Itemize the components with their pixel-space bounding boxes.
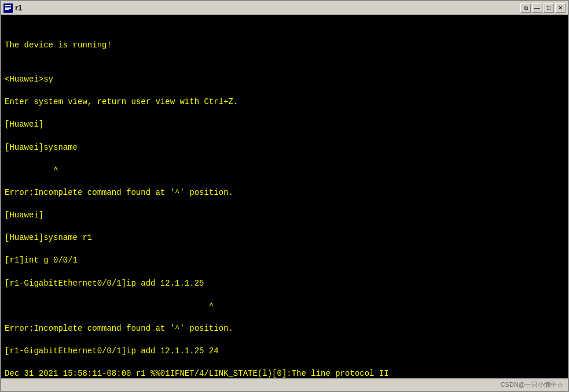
close-button[interactable]: ✕ [555,3,566,13]
terminal-line: <Huawei>sy [5,74,564,86]
restore-button[interactable]: □ [544,3,554,13]
svg-rect-3 [5,8,11,9]
terminal-output[interactable]: The device is running! <Huawei>sy Enter … [1,15,568,378]
terminal-line: [r1-GigabitEthernet0/0/1]ip add 12.1.1.2… [5,278,564,290]
size-toggle-button[interactable]: ⧉ [520,3,531,13]
terminal-line: [Huawei]sysname [5,142,564,154]
svg-rect-2 [5,7,11,8]
bottom-bar: CSDN@一只小懒中☆ [1,378,568,391]
terminal-line: ^ [5,301,564,312]
terminal-line: [r1]int g 0/0/1 [5,255,564,267]
title-bar-buttons: ⧉ — □ ✕ [520,3,566,13]
terminal-line: Dec 31 2021 15:58:11-08:00 r1 %%01IFNET/… [5,368,564,378]
terminal-line: [Huawei] [5,210,564,221]
terminal-line: [Huawei]sysname r1 [5,232,564,244]
terminal-line: ^ [5,165,564,176]
title-bar-left: r1 [3,3,22,13]
window-title: r1 [15,3,22,12]
terminal-line: [r1-GigabitEthernet0/0/1]ip add 12.1.1.2… [5,346,564,357]
terminal-line: Error:Incomplete command found at '^' po… [5,323,564,335]
terminal-line: Error:Incomplete command found at '^' po… [5,187,564,199]
title-bar: r1 ⧉ — □ ✕ [1,1,568,15]
terminal-line: The device is running! [5,40,564,51]
svg-rect-4 [5,9,9,10]
window-icon [3,3,13,13]
terminal-window: r1 ⧉ — □ ✕ The device is running! <Huawe… [0,0,569,392]
terminal-line: [Huawei] [5,119,564,131]
terminal-line: Enter system view, return user view with… [5,97,564,108]
svg-rect-1 [5,5,11,6]
minimize-button[interactable]: — [532,3,542,13]
watermark-text: CSDN@一只小懒中☆ [501,380,563,389]
